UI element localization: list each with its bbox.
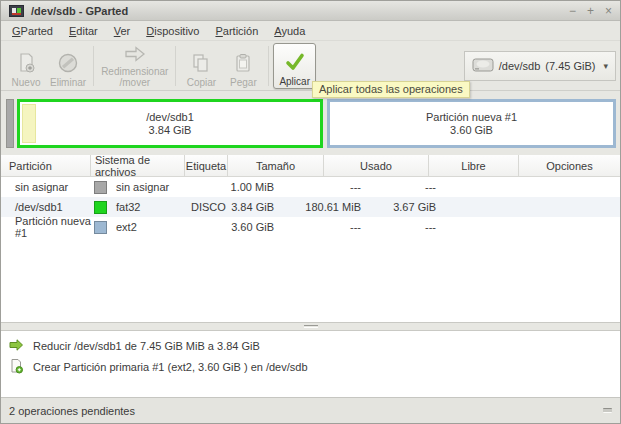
copy-button-label: Copiar xyxy=(187,77,216,88)
table-row[interactable]: sin asignar sin asignar 1.00 MiB --- --- xyxy=(1,177,620,197)
cell-size: 3.84 GiB xyxy=(231,201,274,213)
menubar: GParted Editar Ver Dispositivo Partición… xyxy=(1,21,620,41)
partition-name: /dev/sdb1 xyxy=(146,111,194,124)
resize-move-button[interactable]: Redimensionar /mover xyxy=(98,43,171,89)
cell-free: --- xyxy=(425,221,436,233)
partition-visual-bar: /dev/sdb1 3.84 GiB Partición nueva #1 3.… xyxy=(1,91,620,155)
toolbar-separator xyxy=(93,46,94,86)
column-header-options: Opciones xyxy=(519,155,620,176)
toolbar-separator xyxy=(268,46,269,86)
column-header-used: Usado xyxy=(324,155,429,176)
new-document-icon xyxy=(15,50,37,76)
apply-tooltip: Aplicar todas las operaciones xyxy=(312,81,470,98)
titlebar[interactable]: /dev/sdb - GParted − + × xyxy=(1,1,620,21)
cell-used: 180.61 MiB xyxy=(305,201,361,213)
menu-particion[interactable]: Partición xyxy=(207,23,266,39)
selected-device-size: (7.45 GiB) xyxy=(545,60,595,72)
column-header-filesystem: Sistema de archivos xyxy=(91,155,185,176)
partition-size: 3.60 GiB xyxy=(450,124,493,137)
apply-check-icon xyxy=(283,49,307,75)
statusbar: 2 operaciones pendientes xyxy=(1,397,620,423)
table-row[interactable]: /dev/sdb1 fat32 DISCO 3.84 GiB 180.61 Mi… xyxy=(1,197,620,217)
apply-button-label: Aplicar xyxy=(279,76,310,87)
column-header-free: Libre xyxy=(429,155,519,176)
pane-grip-icon xyxy=(304,325,318,328)
apply-operations-button[interactable]: Aplicar xyxy=(273,43,316,89)
close-button[interactable]: × xyxy=(605,5,612,17)
cell-options xyxy=(519,217,620,237)
column-header-size: Tamaño xyxy=(228,155,324,176)
table-row[interactable]: Partición nueva #1 ext2 3.60 GiB --- --- xyxy=(1,217,620,237)
toolbar-separator xyxy=(175,46,176,86)
partition-segment-new1[interactable]: Partición nueva #1 3.60 GiB xyxy=(327,99,616,148)
cell-partition: sin asignar xyxy=(1,177,91,197)
cell-size: 3.60 GiB xyxy=(231,221,274,233)
gparted-window: /dev/sdb - GParted − + × GParted Editar … xyxy=(0,0,621,424)
partition-name: Partición nueva #1 xyxy=(426,111,517,124)
cell-filesystem: fat32 xyxy=(116,201,140,213)
menu-gparted[interactable]: GParted xyxy=(4,23,61,39)
new-partition-icon xyxy=(8,358,24,376)
column-header-partition: Partición xyxy=(1,155,91,176)
column-header-label: Etiqueta xyxy=(185,155,228,176)
menu-editar[interactable]: Editar xyxy=(61,23,106,39)
chevron-down-icon: ▾ xyxy=(603,61,608,71)
table-header-row: Partición Sistema de archivos Etiqueta T… xyxy=(1,155,620,177)
filesystem-color-swatch xyxy=(94,201,107,214)
cell-free: --- xyxy=(425,181,436,193)
used-space-indicator xyxy=(22,104,36,143)
maximize-button[interactable]: + xyxy=(587,5,594,17)
menu-dispositivo[interactable]: Dispositivo xyxy=(138,23,207,39)
cell-size: 1.00 MiB xyxy=(231,181,274,193)
unallocated-segment[interactable] xyxy=(6,99,14,148)
filesystem-color-swatch xyxy=(94,221,107,234)
resize-arrow-icon xyxy=(123,43,147,65)
operation-text: Reducir /dev/sdb1 de 7.45 GiB MiB a 3.84… xyxy=(33,340,260,352)
cell-label xyxy=(185,217,228,237)
pending-operations-status: 2 operaciones pendientes xyxy=(9,405,135,417)
resize-grip-icon[interactable] xyxy=(603,408,612,413)
cell-filesystem: ext2 xyxy=(116,221,137,233)
menu-ayuda[interactable]: Ayuda xyxy=(266,23,313,39)
operation-text: Crear Partición primaria #1 (ext2, 3.60 … xyxy=(33,361,308,373)
shrink-arrow-icon xyxy=(8,337,24,355)
menu-ver[interactable]: Ver xyxy=(106,23,139,39)
delete-button-label: Eliminar xyxy=(50,77,86,88)
cell-label xyxy=(185,177,228,197)
cell-partition: /dev/sdb1 xyxy=(1,197,91,217)
delete-partition-button[interactable]: Eliminar xyxy=(47,43,89,89)
paste-button-label: Pegar xyxy=(230,77,257,88)
gparted-app-icon xyxy=(9,5,24,17)
cell-used: --- xyxy=(350,181,361,193)
delete-icon xyxy=(57,50,79,76)
paste-button[interactable]: Pegar xyxy=(222,43,264,89)
minimize-button[interactable]: − xyxy=(569,5,576,17)
partition-segment-sdb1[interactable]: /dev/sdb1 3.84 GiB xyxy=(17,99,323,148)
cell-used: --- xyxy=(350,221,361,233)
paste-icon xyxy=(232,50,254,76)
copy-icon xyxy=(190,50,212,76)
cell-options xyxy=(519,177,620,197)
new-button-label: Nuevo xyxy=(12,77,41,88)
new-partition-button[interactable]: Nuevo xyxy=(5,43,47,89)
pane-divider[interactable] xyxy=(1,323,620,330)
hard-disk-icon xyxy=(472,57,494,75)
cell-label: DISCO xyxy=(185,197,228,217)
operations-panel: Reducir /dev/sdb1 de 7.45 GiB MiB a 3.84… xyxy=(1,330,620,397)
cell-options xyxy=(519,197,620,217)
partition-size: 3.84 GiB xyxy=(149,124,192,137)
toolbar: Nuevo Eliminar Redimensionar /mover Copi… xyxy=(1,41,620,91)
copy-button[interactable]: Copiar xyxy=(180,43,222,89)
window-title: /dev/sdb - GParted xyxy=(31,5,128,17)
resize-button-label: Redimensionar /mover xyxy=(101,66,168,88)
cell-free: 3.67 GiB xyxy=(393,201,436,213)
operation-item[interactable]: Crear Partición primaria #1 (ext2, 3.60 … xyxy=(3,356,618,377)
partition-table: Partición Sistema de archivos Etiqueta T… xyxy=(1,155,620,323)
filesystem-color-swatch xyxy=(94,181,107,194)
selected-device: /dev/sdb xyxy=(499,60,541,72)
cell-partition: Partición nueva #1 xyxy=(1,217,91,237)
operation-item[interactable]: Reducir /dev/sdb1 de 7.45 GiB MiB a 3.84… xyxy=(3,335,618,356)
cell-filesystem: sin asignar xyxy=(116,181,169,193)
device-selector[interactable]: /dev/sdb (7.45 GiB) ▾ xyxy=(464,51,616,81)
